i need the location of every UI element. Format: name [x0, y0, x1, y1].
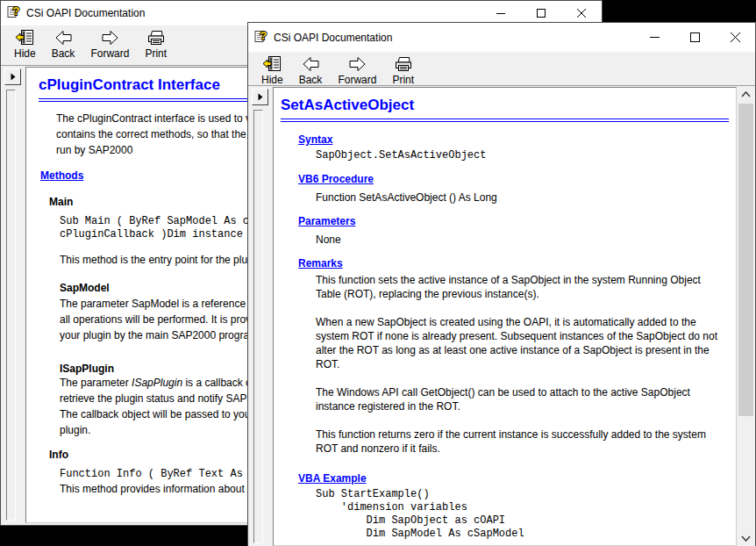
back-arrow-icon	[302, 55, 320, 73]
print-button[interactable]: Print	[384, 54, 422, 87]
forward-arrow-icon	[348, 55, 367, 73]
hide-icon	[262, 55, 282, 73]
svg-text:?: ?	[13, 4, 20, 18]
back-button-label: Back	[52, 47, 75, 60]
hide-icon	[15, 29, 34, 47]
vb6-procedure-text: Function SetAsActiveObject () As Long	[316, 190, 729, 205]
print-button-label: Print	[392, 74, 414, 86]
close-icon	[577, 9, 586, 18]
help-app-icon: ?	[254, 29, 268, 47]
window-controls	[634, 23, 755, 52]
scrollbar-thumb[interactable]	[738, 104, 753, 416]
minimize-icon	[496, 9, 505, 18]
print-icon	[146, 29, 166, 47]
parameters-link[interactable]: Parameters	[298, 215, 355, 227]
remarks-paragraph: This function sets the active instance o…	[316, 273, 722, 301]
methods-link[interactable]: Methods	[40, 169, 83, 182]
hide-button[interactable]: Hide	[6, 28, 44, 61]
back-button[interactable]: Back	[44, 28, 83, 61]
vba-example-link[interactable]: VBA Example	[298, 472, 367, 485]
front-window-titlebar[interactable]: ? CSi OAPI Documentation	[248, 23, 755, 52]
nav-splitter[interactable]	[253, 110, 263, 543]
print-button[interactable]: Print	[137, 28, 175, 61]
forward-arrow-icon	[101, 29, 119, 47]
remarks-link[interactable]: Remarks	[298, 257, 343, 269]
chevron-up-icon	[741, 91, 751, 97]
code-line: Dim SapModel As cSapModel	[316, 528, 729, 541]
chevron-right-icon	[258, 93, 263, 101]
vertical-scrollbar[interactable]	[738, 87, 753, 546]
print-icon	[394, 55, 413, 73]
front-window: ? CSi OAPI Documentation	[247, 22, 756, 546]
maximize-button[interactable]	[674, 23, 715, 52]
remarks-paragraph: The Windows API call GetObject() can be …	[316, 385, 722, 413]
nav-strip	[250, 87, 273, 546]
hide-button-label: Hide	[14, 47, 36, 60]
back-button-label: Back	[299, 74, 323, 86]
desktop: { "colors": { "desktop_bg": "#000000", "…	[0, 0, 756, 546]
code-line: Dim SapObject as cOAPI	[316, 514, 729, 528]
chevron-down-icon	[741, 535, 751, 542]
back-button[interactable]: Back	[291, 54, 331, 87]
nav-strip	[3, 67, 25, 523]
maximize-icon	[537, 9, 546, 18]
scroll-down-button[interactable]	[738, 531, 753, 546]
scroll-up-button[interactable]	[738, 87, 753, 102]
nav-expand-button[interactable]	[4, 68, 21, 85]
chevron-right-icon	[11, 73, 16, 81]
minimize-button[interactable]	[634, 23, 674, 52]
forward-button-label: Forward	[338, 74, 376, 86]
window-title: CSi OAPI Documentation	[274, 32, 392, 44]
minimize-icon	[650, 32, 660, 42]
nav-expand-button[interactable]	[252, 89, 268, 105]
close-icon	[731, 32, 740, 42]
front-window-toolbar: Hide Back Forward	[248, 52, 755, 86]
syntax-code: SapObject.SetAsActiveObject	[316, 149, 729, 162]
code-line: Sub StartExample()	[316, 488, 729, 501]
parameters-text: None	[316, 233, 729, 247]
forward-button[interactable]: Forward	[82, 28, 137, 61]
back-arrow-icon	[54, 29, 73, 47]
print-button-label: Print	[145, 47, 167, 60]
vb6-procedure-link[interactable]: VB6 Procedure	[298, 173, 374, 185]
window-title: CSi OAPI Documentation	[26, 7, 145, 19]
doc-title: SetAsActiveObject	[281, 97, 729, 122]
close-button[interactable]	[715, 23, 755, 52]
forward-button[interactable]: Forward	[330, 54, 384, 87]
remarks-paragraph: When a new SapObject is created using th…	[316, 315, 722, 371]
svg-text:?: ?	[260, 29, 267, 42]
remarks-paragraph: This function returns zero if the curren…	[316, 427, 722, 456]
maximize-icon	[690, 32, 700, 42]
help-app-icon: ?	[7, 4, 21, 22]
hide-button-label: Hide	[261, 74, 283, 86]
nav-splitter[interactable]	[6, 90, 16, 521]
front-window-content: SetAsActiveObject Syntax SapObject.SetAs…	[250, 87, 753, 546]
doc-pane[interactable]: SetAsActiveObject Syntax SapObject.SetAs…	[273, 87, 737, 546]
code-line: 'dimension variables	[316, 501, 729, 514]
syntax-link[interactable]: Syntax	[298, 133, 332, 146]
forward-button-label: Forward	[90, 47, 129, 60]
hide-button[interactable]: Hide	[253, 54, 291, 87]
